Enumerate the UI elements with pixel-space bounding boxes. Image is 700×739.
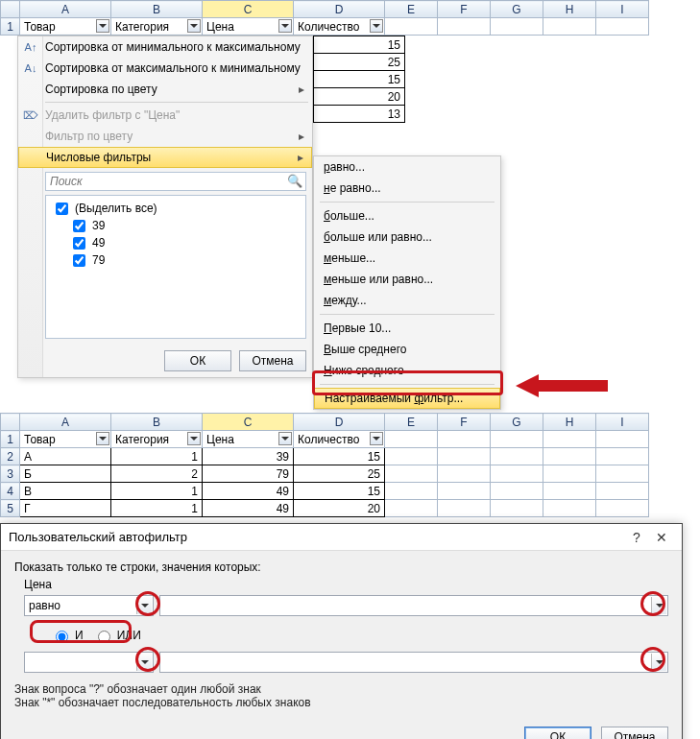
- chevron-down-icon[interactable]: [136, 654, 152, 671]
- cell[interactable]: [385, 18, 438, 36]
- cell[interactable]: [438, 431, 491, 448]
- cell[interactable]: [543, 18, 596, 36]
- filter-dropdown-icon[interactable]: [187, 19, 201, 33]
- col-header[interactable]: G: [491, 1, 543, 18]
- col-header[interactable]: E: [385, 414, 438, 431]
- col-header[interactable]: B: [111, 1, 203, 18]
- filter-dropdown-icon[interactable]: [96, 432, 109, 445]
- filter-below-avg[interactable]: Ниже среднего: [314, 360, 500, 381]
- checkbox[interactable]: [73, 220, 85, 232]
- filter-above-avg[interactable]: Выше среднего: [314, 339, 500, 360]
- cell[interactable]: [543, 483, 596, 500]
- filter-less-equal[interactable]: меньше или равно...: [314, 269, 500, 290]
- filter-equals[interactable]: рравно...авно...: [314, 156, 500, 178]
- ok-button[interactable]: ОК: [164, 350, 231, 371]
- cell[interactable]: Цена: [203, 18, 294, 36]
- chevron-down-icon[interactable]: [136, 597, 152, 614]
- filter-dropdown-icon[interactable]: [278, 432, 292, 445]
- cell[interactable]: [491, 448, 543, 465]
- cell[interactable]: [543, 500, 596, 517]
- chevron-down-icon[interactable]: [651, 597, 666, 614]
- col-header[interactable]: B: [111, 414, 203, 431]
- cell[interactable]: [491, 483, 543, 500]
- cell[interactable]: [596, 483, 649, 500]
- operator-1-combo[interactable]: равно: [24, 595, 154, 616]
- cell[interactable]: Цена: [203, 431, 294, 448]
- cell[interactable]: [385, 465, 438, 483]
- cell[interactable]: [596, 448, 649, 465]
- cell[interactable]: [543, 448, 596, 465]
- cell[interactable]: Количество: [294, 18, 385, 36]
- cell[interactable]: Товар: [20, 431, 111, 448]
- select-all-checkbox[interactable]: (Выделить все): [52, 200, 300, 217]
- cell[interactable]: 1: [111, 500, 203, 517]
- chevron-down-icon[interactable]: [651, 654, 666, 671]
- cell[interactable]: [438, 448, 491, 465]
- cell[interactable]: 39: [203, 448, 294, 465]
- ok-button[interactable]: ОК: [524, 727, 591, 739]
- cell[interactable]: Количество: [294, 431, 385, 448]
- cell[interactable]: [385, 431, 438, 448]
- cell[interactable]: 2: [111, 465, 203, 483]
- value-1-combo[interactable]: [159, 595, 668, 616]
- col-header[interactable]: G: [491, 414, 543, 431]
- cell[interactable]: [385, 448, 438, 465]
- cell[interactable]: [543, 431, 596, 448]
- filter-dropdown-icon[interactable]: [370, 19, 383, 33]
- filter-dropdown-icon[interactable]: [278, 19, 292, 33]
- value-2-combo[interactable]: [159, 652, 668, 673]
- cell[interactable]: [491, 431, 543, 448]
- cell[interactable]: 15: [314, 36, 405, 54]
- menu-sort-desc[interactable]: A↓ Сортировка от максимального к минимал…: [18, 58, 312, 79]
- checkbox[interactable]: [73, 237, 85, 250]
- radio-or[interactable]: ИЛИ: [93, 628, 141, 643]
- cell[interactable]: 79: [203, 465, 294, 483]
- cell[interactable]: А: [20, 448, 111, 465]
- menu-sort-asc[interactable]: A↑ Сортировка от минимального к максимал…: [18, 36, 312, 58]
- cancel-button[interactable]: Отмена: [239, 350, 306, 371]
- radio[interactable]: [98, 631, 110, 643]
- cell[interactable]: 20: [314, 88, 405, 106]
- col-header[interactable]: H: [543, 1, 596, 18]
- col-header[interactable]: A: [20, 414, 111, 431]
- row-header[interactable]: 4: [1, 483, 20, 500]
- col-header[interactable]: E: [385, 1, 438, 18]
- col-header-selected[interactable]: C: [203, 414, 294, 431]
- cell[interactable]: [491, 465, 543, 483]
- cell[interactable]: [438, 465, 491, 483]
- search-input[interactable]: [45, 172, 306, 191]
- col-header[interactable]: D: [294, 414, 385, 431]
- filter-less[interactable]: меньше...: [314, 248, 500, 269]
- filter-greater[interactable]: больше...: [314, 205, 500, 226]
- cell[interactable]: 15: [294, 448, 385, 465]
- row-header[interactable]: 1: [1, 431, 20, 448]
- col-header[interactable]: I: [596, 414, 649, 431]
- help-button[interactable]: ?: [624, 530, 649, 545]
- cell[interactable]: В: [20, 483, 111, 500]
- cell[interactable]: [385, 483, 438, 500]
- cell[interactable]: [491, 18, 543, 36]
- cancel-button[interactable]: Отмена: [601, 727, 668, 739]
- filter-dropdown-icon[interactable]: [96, 19, 109, 33]
- value-checkbox[interactable]: 49: [52, 234, 300, 251]
- col-header[interactable]: F: [438, 1, 491, 18]
- menu-sort-by-color[interactable]: Сортировка по цвету: [18, 79, 312, 100]
- checkbox[interactable]: [56, 203, 68, 215]
- cell[interactable]: Товар: [20, 18, 111, 36]
- filter-greater-equal[interactable]: больше или равно...: [314, 226, 500, 248]
- cell[interactable]: 1: [111, 483, 203, 500]
- value-checkbox[interactable]: 39: [52, 217, 300, 234]
- filter-dropdown-icon[interactable]: [370, 432, 383, 445]
- close-button[interactable]: ✕: [649, 530, 674, 545]
- filter-between[interactable]: между...: [314, 290, 500, 311]
- col-header-selected[interactable]: C: [203, 1, 294, 18]
- cell[interactable]: 20: [294, 500, 385, 517]
- cell[interactable]: 15: [314, 71, 405, 88]
- filter-dropdown-icon[interactable]: [187, 432, 201, 445]
- cell[interactable]: 49: [203, 483, 294, 500]
- cell[interactable]: Категория: [111, 431, 203, 448]
- radio[interactable]: [56, 631, 68, 643]
- cell[interactable]: [543, 465, 596, 483]
- cell[interactable]: 13: [314, 106, 405, 123]
- cell[interactable]: [491, 500, 543, 517]
